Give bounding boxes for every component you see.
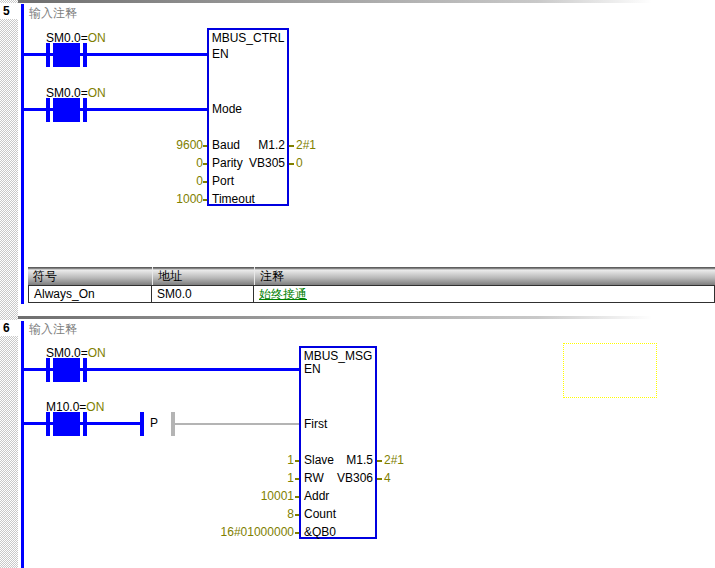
contact-bar — [83, 358, 87, 382]
wire-net6-rung2-inactive — [175, 423, 299, 425]
pin-en: EN — [212, 48, 229, 61]
power-rail-network5 — [21, 4, 24, 304]
pin-tick — [203, 181, 207, 183]
out-operand-done[interactable]: M1.2 — [258, 139, 285, 152]
pin-dataptr: &QB0 — [304, 526, 336, 539]
out-operand-error[interactable]: VB306 — [337, 472, 373, 485]
contact-energized-fill — [53, 98, 80, 122]
pin-tick — [203, 145, 207, 147]
contact-state: ON — [88, 31, 106, 45]
contact-energized-fill — [53, 358, 80, 382]
value-error: 0 — [296, 157, 303, 170]
contact-state: ON — [88, 346, 106, 360]
pin-tick — [295, 496, 299, 498]
value-done: 2#1 — [296, 139, 316, 152]
pin-tick — [295, 478, 299, 480]
contact-bar — [83, 412, 87, 436]
pin-rw: RW — [304, 472, 324, 485]
pin-port: Port — [212, 175, 234, 188]
cell-comment: 始终接通 — [254, 285, 715, 303]
value-dataptr[interactable]: 16#01000000 — [164, 526, 294, 539]
pin-addr: Addr — [304, 490, 329, 503]
power-rail-network6 — [21, 321, 24, 568]
table-row: Always_On SM0.0 始终接通 — [28, 285, 715, 303]
network-number-6[interactable]: 6 — [0, 320, 18, 336]
pin-tick — [289, 163, 294, 165]
contact-bar — [46, 98, 50, 122]
pin-count: Count — [304, 508, 336, 521]
network-separator — [18, 0, 652, 3]
pin-slave: Slave — [304, 454, 334, 467]
value-baud[interactable]: 9600 — [103, 139, 203, 152]
contact-state: ON — [86, 400, 104, 414]
edge-contact-label: P — [150, 417, 158, 430]
value-addr[interactable]: 10001 — [164, 490, 294, 503]
cell-address: SM0.0 — [152, 285, 254, 303]
wire-net5-rung1 — [24, 53, 207, 56]
contact-bar — [46, 412, 50, 436]
value-port[interactable]: 0 — [103, 175, 203, 188]
pin-timeout: Timeout — [212, 193, 255, 206]
network-separator — [18, 316, 652, 319]
pin-baud: Baud — [212, 139, 240, 152]
out-operand-done[interactable]: M1.5 — [346, 454, 373, 467]
pin-tick — [377, 460, 382, 462]
function-block-mbus-ctrl[interactable]: MBUS_CTRL EN Mode Baud Parity Port Timeo… — [207, 28, 289, 206]
contact-energized-fill — [53, 412, 80, 436]
edge-contact-bar-left — [140, 412, 144, 436]
contact-bar — [83, 43, 87, 67]
symbol-table-header: 符号 地址 注释 — [28, 267, 715, 285]
network-number-5[interactable]: 5 — [0, 3, 18, 19]
function-block-mbus-msg[interactable]: MBUS_MSG EN First Slave RW Addr Count &Q… — [299, 346, 377, 539]
value-slave[interactable]: 1 — [164, 454, 294, 467]
contact-bar — [83, 98, 87, 122]
value-done: 2#1 — [384, 454, 404, 467]
header-address: 地址 — [152, 267, 254, 285]
symbol-table: 符号 地址 注释 Always_On SM0.0 始终接通 — [28, 267, 715, 303]
contact-state: ON — [88, 86, 106, 100]
contact-energized-fill — [53, 43, 80, 67]
pin-tick — [289, 145, 294, 147]
header-comment: 注释 — [254, 267, 715, 285]
pin-first: First — [304, 418, 327, 431]
pin-tick — [295, 532, 299, 534]
pin-tick — [295, 514, 299, 516]
pin-mode: Mode — [212, 103, 242, 116]
block-title: MBUS_CTRL — [209, 32, 287, 45]
value-parity[interactable]: 0 — [103, 157, 203, 170]
value-timeout[interactable]: 1000 — [103, 193, 203, 206]
pin-tick — [295, 460, 299, 462]
network-comment-6[interactable]: 输入注释 — [29, 322, 77, 336]
value-rw[interactable]: 1 — [164, 472, 294, 485]
value-error: 4 — [384, 472, 391, 485]
pin-parity: Parity — [212, 157, 243, 170]
ladder-editor-view: 5 输入注释 SM0.0=ON SM0.0=ON MBUS_CTRL EN Mo… — [0, 0, 715, 568]
contact-bar — [46, 358, 50, 382]
pin-tick — [377, 478, 382, 480]
value-count[interactable]: 8 — [164, 508, 294, 521]
wire-net5-rung2 — [24, 108, 207, 111]
pin-tick — [203, 199, 207, 201]
pin-tick — [203, 163, 207, 165]
pin-en: EN — [304, 363, 321, 376]
contact-bar — [46, 43, 50, 67]
cell-symbol: Always_On — [28, 285, 152, 303]
empty-box-placeholder[interactable] — [563, 343, 657, 398]
network-comment-5[interactable]: 输入注释 — [29, 6, 77, 20]
header-symbol: 符号 — [28, 267, 152, 285]
network-margin-strip — [0, 0, 18, 568]
out-operand-error[interactable]: VB305 — [249, 157, 285, 170]
